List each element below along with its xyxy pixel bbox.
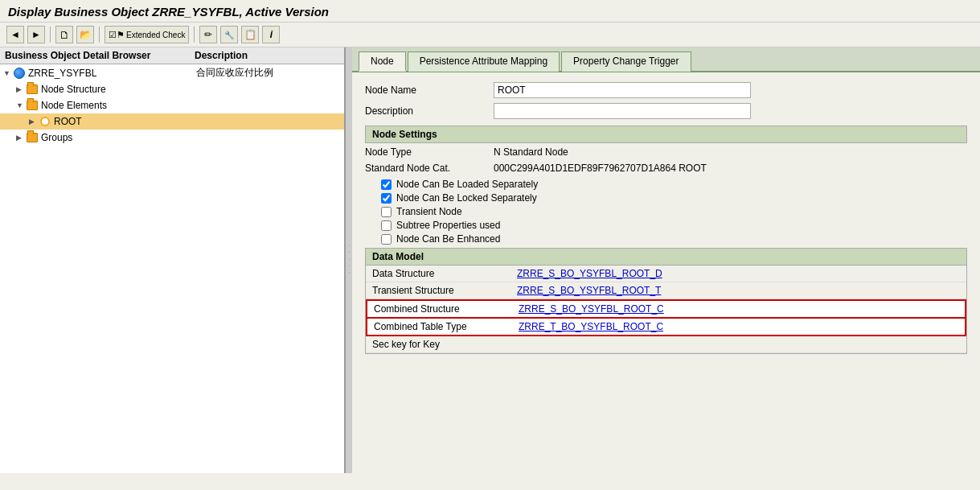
folder-icon-3 [26, 131, 39, 144]
activate-button[interactable]: 🔧 [220, 26, 238, 43]
tree-item-node-elements[interactable]: ▼ Node Elements [0, 97, 344, 113]
tree-label-node-elements: Node Elements [41, 100, 107, 111]
tree-header-name: Business Object Detail Browser [5, 50, 195, 61]
toolbar: ◄ ► 🗋 📂 ☑⚑ Extended Check ✏ 🔧 📋 i [0, 23, 980, 47]
node-name-row: Node Name [365, 82, 967, 98]
tabs-bar: Node Persistence Attribute Mapping Prope… [352, 47, 980, 72]
cb-subtree-properties-label: Subtree Properties used [396, 220, 500, 231]
title-bar: Display Business Object ZRRE_YSYFBL, Act… [0, 0, 980, 23]
standard-node-cat-value: 000C299A401D1EDF89F7962707D1A864 ROOT [494, 163, 967, 174]
separator-3 [194, 27, 195, 43]
cb-loaded-separately-input[interactable] [381, 179, 392, 190]
description-label: Description [365, 105, 494, 117]
folder-icon-2 [26, 99, 39, 112]
description-input[interactable] [494, 103, 751, 119]
node-type-row: Node Type N Standard Node [365, 146, 967, 158]
node-type-value: N Standard Node [494, 146, 967, 158]
cb-can-be-enhanced-input[interactable] [381, 234, 392, 245]
left-panel: Business Object Detail Browser Descripti… [0, 47, 346, 473]
node-type-label: Node Type [365, 146, 494, 158]
combined-structure-row: Combined Structure ZRRE_S_BO_YSYFBL_ROOT… [366, 299, 966, 319]
info-button[interactable]: i [262, 26, 280, 43]
page-title: Display Business Object ZRRE_YSYFBL, Act… [8, 5, 972, 19]
combined-table-type-value[interactable]: ZRRE_T_BO_YSYFBL_ROOT_C [519, 321, 663, 332]
globe-icon [13, 67, 26, 80]
tree-desc-zrre: 合同应收应付比例 [196, 66, 341, 80]
cb-can-be-enhanced: Node Can Be Enhanced [381, 233, 967, 245]
check-icons: ☑⚑ [109, 30, 125, 40]
expand-root[interactable]: ▶ [29, 117, 37, 126]
separator-2 [99, 27, 100, 43]
cb-locked-separately-label: Node Can Be Locked Separately [396, 192, 537, 204]
tree-item-groups[interactable]: ▶ Groups [0, 130, 344, 146]
transient-structure-row: Transient Structure ZRRE_S_BO_YSYFBL_ROO… [366, 282, 966, 299]
right-panel: Node Persistence Attribute Mapping Prope… [352, 47, 980, 473]
transient-structure-label: Transient Structure [372, 285, 517, 296]
description-row: Description [365, 103, 967, 119]
cb-transient-node-input[interactable] [381, 207, 392, 217]
combined-structure-label: Combined Structure [374, 303, 519, 315]
tree-item-node-structure[interactable]: ▶ Node Structure [0, 81, 344, 97]
sec-key-row: Sec key for Key [366, 336, 966, 353]
separator-1 [50, 27, 51, 43]
extended-check-label: Extended Check [126, 31, 185, 39]
tab-persistence[interactable]: Persistence Attribute Mapping [408, 51, 560, 72]
folder-icon-1 [26, 83, 39, 96]
check-button[interactable]: ☑⚑ Extended Check [105, 26, 189, 43]
combined-table-type-label: Combined Table Type [374, 321, 519, 332]
data-model-header: Data Model [366, 249, 966, 266]
node-name-label: Node Name [365, 84, 494, 96]
form-area: Node Name Description Node Settings Node… [352, 72, 980, 364]
cb-loaded-separately-label: Node Can Be Loaded Separately [396, 179, 538, 190]
cb-locked-separately-input[interactable] [381, 193, 392, 204]
edit-button[interactable]: ✏ [199, 26, 217, 43]
node-name-input[interactable] [494, 82, 751, 98]
cb-transient-node-label: Transient Node [396, 206, 462, 217]
cb-loaded-separately: Node Can Be Loaded Separately [381, 179, 967, 190]
tree-label-groups: Groups [41, 132, 72, 143]
cb-subtree-properties-input[interactable] [381, 220, 392, 231]
data-structure-value[interactable]: ZRRE_S_BO_YSYFBL_ROOT_D [517, 268, 662, 279]
transport-button[interactable]: 📋 [241, 26, 259, 43]
transient-structure-value[interactable]: ZRRE_S_BO_YSYFBL_ROOT_T [517, 285, 661, 296]
tree-item-root[interactable]: ▶ ROOT [0, 113, 344, 130]
standard-node-cat-label: Standard Node Cat. [365, 163, 494, 174]
tree-item-zrre[interactable]: ▼ ZRRE_YSYFBL 合同应收应付比例 [0, 64, 344, 81]
combined-structure-value[interactable]: ZRRE_S_BO_YSYFBL_ROOT_C [519, 303, 664, 315]
cb-transient-node: Transient Node [381, 206, 967, 217]
data-structure-row: Data Structure ZRRE_S_BO_YSYFBL_ROOT_D [366, 266, 966, 282]
expand-node-elements[interactable]: ▼ [16, 101, 24, 109]
data-structure-label: Data Structure [372, 268, 517, 279]
panel-drag-handle[interactable]: · · · · · [346, 47, 352, 473]
standard-node-cat-row: Standard Node Cat. 000C299A401D1EDF89F79… [365, 163, 967, 174]
tree-label-zrre: ZRRE_YSYFBL [28, 68, 96, 79]
main-content: Business Object Detail Browser Descripti… [0, 47, 980, 473]
expand-groups[interactable]: ▶ [16, 134, 24, 142]
forward-button[interactable]: ► [27, 26, 45, 43]
expand-node-structure[interactable]: ▶ [16, 85, 24, 93]
new-button[interactable]: 🗋 [55, 26, 73, 43]
tree-label-node-structure: Node Structure [41, 84, 106, 95]
node-settings-header: Node Settings [365, 126, 967, 143]
cb-locked-separately: Node Can Be Locked Separately [381, 192, 967, 204]
tree-label-root: ROOT [54, 116, 82, 127]
tree-header: Business Object Detail Browser Descripti… [0, 47, 344, 64]
circle-icon [39, 115, 51, 128]
expand-zrre[interactable]: ▼ [3, 69, 11, 77]
sec-key-label: Sec key for Key [372, 339, 517, 350]
back-button[interactable]: ◄ [6, 26, 24, 43]
combined-table-type-row: Combined Table Type ZRRE_T_BO_YSYFBL_ROO… [366, 319, 966, 336]
cb-can-be-enhanced-label: Node Can Be Enhanced [396, 233, 500, 245]
tab-node[interactable]: Node [359, 51, 406, 72]
tab-property-change[interactable]: Property Change Trigger [561, 51, 691, 72]
open-button[interactable]: 📂 [76, 26, 94, 43]
data-model-section: Data Model Data Structure ZRRE_S_BO_YSYF… [365, 248, 967, 354]
tree-header-desc: Description [195, 50, 339, 61]
cb-subtree-properties: Subtree Properties used [381, 220, 967, 231]
